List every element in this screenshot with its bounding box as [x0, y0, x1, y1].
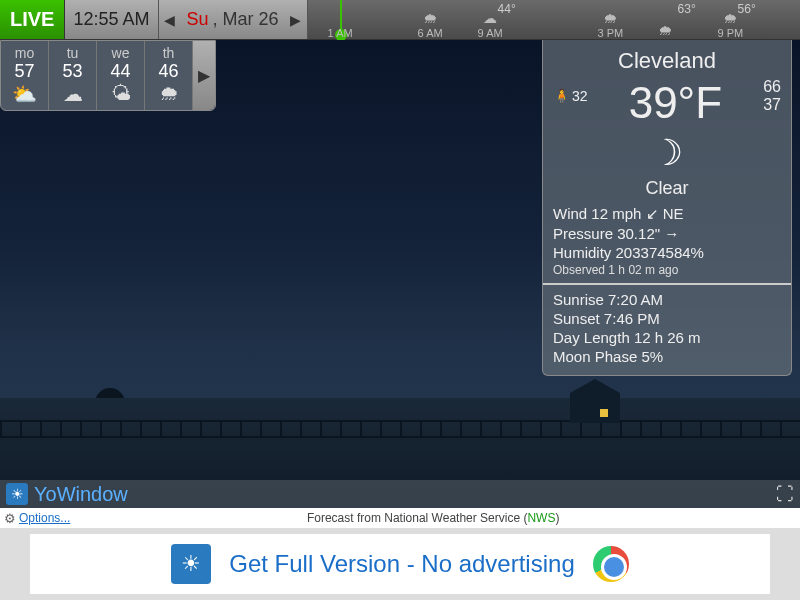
observed-row: Observed 1 h 02 m ago	[553, 263, 781, 277]
nws-link[interactable]: NWS	[527, 511, 555, 525]
current-time: 12:55 AM	[65, 0, 158, 39]
sunset-row: Sunset 7:46 PM	[553, 310, 781, 327]
timeline-hour: 🌧6 AM	[418, 0, 443, 39]
wind-row: Wind 12 mph ↙ NE	[553, 205, 781, 223]
brand-bar: ☀ YoWindow ⛶	[0, 480, 800, 508]
timeline-hour: 44°☁9 AM	[478, 0, 503, 39]
app-logo-icon: ☀	[6, 483, 28, 505]
chrome-icon	[593, 546, 629, 582]
humidity-row: Humidity 203374584%	[553, 244, 781, 261]
moonphase-row: Moon Phase 5%	[553, 348, 781, 365]
prev-day-button[interactable]: ◀	[159, 0, 181, 39]
date-text: , Mar 26	[213, 9, 279, 30]
ad-logo-icon: ☀	[171, 544, 211, 584]
high-temp: 66	[763, 78, 781, 96]
live-badge[interactable]: LIVE	[0, 0, 65, 39]
timeline-hour: 56°🌧9 PM	[718, 0, 744, 39]
ad-text: Get Full Version - No advertising	[229, 550, 574, 578]
timeline-hour: 63°🌧	[658, 0, 672, 39]
sunrise-row: Sunrise 7:20 AM	[553, 291, 781, 308]
forecast-day[interactable]: th46🌧	[145, 41, 193, 110]
forecast-source: Forecast from National Weather Service (…	[307, 511, 560, 525]
weather-info-panel: Cleveland 🧍 32 39°F 66 37 ☽ Clear Wind 1…	[542, 40, 792, 376]
hourly-timeline[interactable]: 1 AM🌧6 AM44°☁9 AM🌧3 PM56°🌧9 PM63°🌧	[308, 0, 800, 39]
house-icon	[570, 393, 620, 423]
location-name: Cleveland	[553, 48, 781, 74]
gear-icon: ⚙	[4, 511, 16, 526]
pressure-row: Pressure 30.12" →	[553, 225, 781, 242]
low-temp: 37	[763, 96, 781, 114]
top-bar: LIVE 12:55 AM ◀ Su , Mar 26 ▶ 1 AM🌧6 AM4…	[0, 0, 800, 40]
feels-like: 🧍 32	[553, 88, 588, 104]
daylength-row: Day Length 12 h 26 m	[553, 329, 781, 346]
forecast-day[interactable]: mo57⛅	[1, 41, 49, 110]
forecast-day[interactable]: tu53☁	[49, 41, 97, 110]
fence	[0, 420, 800, 438]
forecast-more-button[interactable]: ▶	[193, 41, 215, 110]
current-temperature: 39°F	[629, 78, 722, 128]
options-link[interactable]: Options...	[19, 511, 70, 525]
day-of-week: Su	[187, 9, 209, 30]
timeline-hour: 1 AM	[328, 0, 353, 39]
next-day-button[interactable]: ▶	[285, 0, 307, 39]
app-name[interactable]: YoWindow	[34, 483, 128, 506]
person-icon: 🧍	[553, 88, 570, 104]
ad-banner[interactable]: ☀ Get Full Version - No advertising	[0, 528, 800, 600]
condition-text: Clear	[553, 178, 781, 199]
timeline-hour: 🌧3 PM	[598, 0, 624, 39]
hi-lo: 66 37	[763, 78, 781, 114]
panel-divider	[543, 283, 791, 285]
forecast-day[interactable]: we44🌤	[97, 41, 145, 110]
footer-bar: ⚙ Options... Forecast from National Weat…	[0, 508, 800, 528]
daily-forecast-strip: mo57⛅tu53☁we44🌤th46🌧▶	[0, 40, 216, 111]
sky-scene: mo57⛅tu53☁we44🌤th46🌧▶ Cleveland 🧍 32 39°…	[0, 40, 800, 508]
current-date: Su , Mar 26	[181, 9, 285, 30]
date-navigator: ◀ Su , Mar 26 ▶	[159, 0, 308, 39]
fullscreen-button[interactable]: ⛶	[776, 484, 794, 505]
moon-icon: ☽	[553, 132, 781, 174]
